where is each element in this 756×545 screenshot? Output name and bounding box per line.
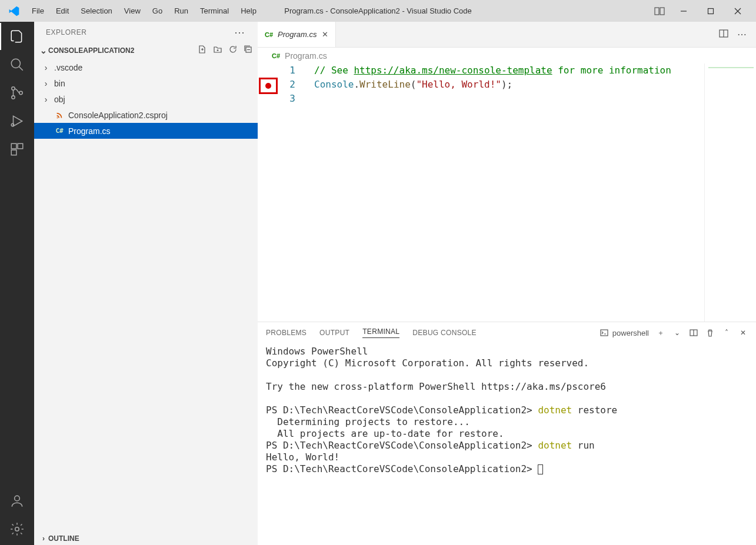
panel-tab-debug-console[interactable]: DEBUG CONSOLE — [412, 329, 477, 337]
chevron-down-icon: ⌄ — [39, 46, 48, 55]
menu-selection[interactable]: Selection — [75, 3, 118, 19]
tree-file-program-cs[interactable]: C# Program.cs — [34, 123, 258, 139]
editor-area: C# Program.cs ✕ ⋯ C# Program.cs 1 2 — [258, 22, 756, 545]
terminal-shell-chip[interactable]: powershell — [600, 328, 649, 337]
activity-scm-icon[interactable] — [9, 85, 25, 101]
svg-point-8 — [12, 87, 15, 90]
svg-rect-1 — [660, 8, 664, 15]
svg-rect-0 — [655, 8, 659, 15]
svg-point-17 — [15, 527, 19, 531]
project-name: CONSOLEAPPLICATION2 — [48, 46, 134, 55]
editor-more-icon[interactable]: ⋯ — [737, 29, 748, 40]
tree-label: .vscode — [54, 63, 82, 72]
tree-folder-obj[interactable]: › obj — [34, 91, 258, 107]
activity-settings-icon[interactable] — [9, 521, 25, 537]
activity-search-icon[interactable] — [9, 57, 25, 72]
tree-label: bin — [54, 79, 65, 88]
kill-terminal-icon[interactable] — [705, 328, 715, 337]
outline-header[interactable]: › OUTLINE — [34, 532, 258, 545]
menu-file[interactable]: File — [26, 3, 50, 19]
panel-close-icon[interactable]: ✕ — [738, 328, 748, 337]
chevron-right-icon: › — [41, 79, 51, 88]
svg-rect-13 — [11, 143, 16, 149]
breakpoint-icon[interactable] — [259, 78, 278, 94]
svg-point-12 — [11, 123, 14, 126]
menubar: File Edit Selection View Go Run Terminal… — [26, 3, 262, 19]
sidebar-project-header[interactable]: ⌄ CONSOLEAPPLICATION2 — [34, 42, 258, 58]
tree-label: ConsoleApplication2.csproj — [68, 111, 168, 120]
explorer-sidebar: EXPLORER ⋯ ⌄ CONSOLEAPPLICATION2 — [34, 22, 258, 545]
new-file-icon[interactable] — [198, 45, 207, 56]
tree-folder-bin[interactable]: › bin — [34, 75, 258, 91]
window-maximize-icon[interactable] — [697, 0, 724, 22]
new-folder-icon[interactable] — [213, 45, 222, 56]
tree-file-csproj[interactable]: ConsoleApplication2.csproj — [34, 107, 258, 123]
svg-rect-22 — [601, 330, 608, 336]
activitybar — [0, 22, 34, 545]
panel-tab-output[interactable]: OUTPUT — [319, 329, 349, 337]
svg-marker-11 — [14, 116, 22, 126]
window-minimize-icon[interactable] — [670, 0, 697, 22]
tree-folder-vscode[interactable]: › .vscode — [34, 59, 258, 75]
chevron-right-icon: › — [41, 63, 51, 72]
split-editor-icon[interactable] — [718, 28, 729, 41]
layout-toggle-icon[interactable] — [649, 0, 670, 22]
menu-go[interactable]: Go — [146, 3, 168, 19]
activity-explorer-icon[interactable] — [9, 29, 25, 44]
menu-view[interactable]: View — [118, 3, 146, 19]
menu-edit[interactable]: Edit — [50, 3, 75, 19]
outline-label: OUTLINE — [48, 534, 79, 543]
new-terminal-icon[interactable]: ＋ — [656, 328, 665, 337]
collapse-all-icon[interactable] — [244, 45, 253, 56]
activity-account-icon[interactable] — [9, 493, 25, 509]
menu-terminal[interactable]: Terminal — [194, 3, 235, 19]
csharp-file-icon: C# — [265, 31, 273, 38]
panel-tab-terminal[interactable]: TERMINAL — [362, 327, 399, 338]
chevron-right-icon: › — [41, 95, 51, 104]
terminal-cursor — [538, 464, 543, 474]
svg-point-6 — [11, 59, 20, 68]
activity-debug-icon[interactable] — [9, 113, 25, 129]
svg-line-7 — [19, 66, 23, 71]
editor-tabs: C# Program.cs ✕ ⋯ — [258, 22, 756, 48]
window-title: Program.cs - ConsoleApplication2 - Visua… — [284, 6, 471, 15]
shell-name: powershell — [612, 329, 649, 337]
sidebar-more-icon[interactable]: ⋯ — [234, 26, 246, 39]
window-close-icon[interactable] — [724, 0, 751, 22]
breadcrumb-label: Program.cs — [285, 51, 327, 61]
csharp-file-icon: C# — [54, 127, 65, 135]
tree-label: Program.cs — [68, 126, 111, 136]
svg-point-9 — [12, 96, 15, 99]
chevron-right-icon: › — [39, 534, 48, 543]
vscode-logo-icon — [8, 5, 20, 17]
tab-label: Program.cs — [278, 30, 317, 39]
activity-extensions-icon[interactable] — [9, 142, 25, 157]
breakpoint-gutter[interactable] — [258, 63, 279, 322]
editor-body[interactable]: 1 2 3 // See https://aka.ms/new-console-… — [258, 63, 756, 322]
minimap[interactable] — [704, 63, 756, 322]
menu-help[interactable]: Help — [235, 3, 262, 19]
svg-rect-14 — [18, 143, 23, 149]
editor-tab-program-cs[interactable]: C# Program.cs ✕ — [258, 22, 336, 47]
close-tab-icon[interactable]: ✕ — [322, 30, 328, 39]
titlebar: File Edit Selection View Go Run Terminal… — [0, 0, 756, 22]
terminal-dropdown-icon[interactable]: ⌄ — [672, 328, 682, 337]
sidebar-title: EXPLORER — [46, 28, 86, 36]
refresh-icon[interactable] — [228, 45, 238, 56]
csproj-file-icon — [54, 111, 65, 119]
code-content[interactable]: // See https://aka.ms/new-console-templa… — [302, 63, 704, 322]
svg-rect-15 — [11, 150, 16, 155]
csharp-file-icon: C# — [272, 52, 280, 59]
panel-tab-problems[interactable]: PROBLEMS — [266, 329, 307, 337]
svg-point-16 — [15, 496, 20, 501]
terminal-content[interactable]: Windows PowerShell Copyright (C) Microso… — [258, 343, 756, 545]
svg-point-10 — [19, 91, 22, 94]
menu-run[interactable]: Run — [168, 3, 194, 19]
line-numbers: 1 2 3 — [279, 63, 302, 322]
panel-maximize-icon[interactable]: ˄ — [722, 328, 731, 337]
split-terminal-icon[interactable] — [689, 328, 698, 337]
file-tree: › .vscode › bin › obj ConsoleApplication… — [34, 58, 258, 140]
svg-rect-3 — [708, 8, 714, 14]
breadcrumb[interactable]: C# Program.cs — [258, 48, 756, 63]
panel-tabs: PROBLEMS OUTPUT TERMINAL DEBUG CONSOLE p… — [258, 322, 756, 343]
